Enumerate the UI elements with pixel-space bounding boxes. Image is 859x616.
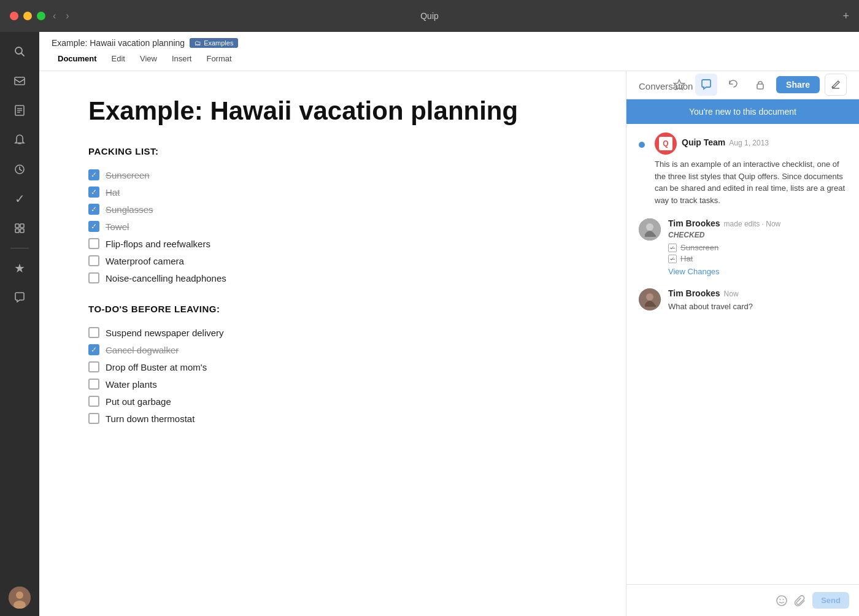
message-tim-comment: Tim Brookes Now What about travel card? <box>639 288 847 313</box>
list-item: Water plants <box>88 375 577 393</box>
quip-team-avatar: Q <box>655 133 677 155</box>
breadcrumb: Example: Hawaii vacation planning 🗂 Exam… <box>52 32 847 52</box>
fullscreen-button[interactable] <box>37 12 45 20</box>
checkbox-flipflops[interactable] <box>88 238 99 249</box>
checkbox-plants[interactable] <box>88 379 99 390</box>
todos-heading: TO-DO'S BEFORE LEAVING: <box>88 304 577 314</box>
back-button[interactable]: ‹ <box>49 9 60 23</box>
emoji-button[interactable] <box>776 595 788 607</box>
undo-button[interactable] <box>722 74 744 96</box>
edit-badge: CHECKED <box>668 231 847 239</box>
sidebar-icon-starred[interactable]: ★ <box>7 256 32 280</box>
checkbox-towel[interactable]: ✓ <box>88 221 99 232</box>
list-item: Waterproof camera <box>88 252 577 269</box>
item-label: Sunglasses <box>106 204 153 215</box>
sidebar-icon-search[interactable] <box>7 39 32 64</box>
item-label: Towel <box>106 221 129 232</box>
item-label: Sunscreen <box>106 170 150 180</box>
share-button[interactable]: Share <box>776 76 820 93</box>
checkbox-sunscreen[interactable]: ✓ <box>88 169 99 180</box>
tim-avatar-comment <box>639 288 661 310</box>
conversation-button[interactable] <box>695 74 717 96</box>
close-button[interactable] <box>10 12 18 20</box>
list-item: Suspend newspaper delivery <box>88 324 577 341</box>
tim-edit-bubble: Tim Brookes made edits · Now CHECKED ✓ S… <box>668 218 847 276</box>
list-item: Noise-cancelling headphones <box>88 269 577 287</box>
sidebar-icon-recent[interactable] <box>7 157 32 182</box>
compose-input[interactable] <box>636 593 769 608</box>
minimize-button[interactable] <box>23 12 32 20</box>
menu-format[interactable]: Format <box>200 52 237 66</box>
todos-section: TO-DO'S BEFORE LEAVING: Suspend newspape… <box>88 304 577 427</box>
checkbox-camera[interactable] <box>88 255 99 266</box>
message-quip-team: Q Quip Team Aug 1, 2013 This is an examp… <box>639 134 847 206</box>
svg-rect-12 <box>20 229 24 233</box>
new-document-banner[interactable]: You're new to this document <box>626 99 859 124</box>
compose-bar: Send <box>626 584 859 616</box>
item-label: Put out garbage <box>106 396 171 407</box>
star-button[interactable] <box>668 74 690 96</box>
list-item: ✓ Hat <box>88 183 577 201</box>
packing-section: PACKING LIST: ✓ Sunscreen ✓ Hat ✓ Sungla <box>88 146 577 287</box>
forward-button[interactable]: › <box>62 9 72 23</box>
doc-header-wrapper: Example: Hawaii vacation planning 🗂 Exam… <box>39 32 859 71</box>
tag-label: Examples <box>204 39 233 47</box>
checkbox-sunglasses[interactable]: ✓ <box>88 204 99 215</box>
send-button[interactable]: Send <box>812 592 849 609</box>
item-label: Flip-flops and reefwalkers <box>106 239 210 249</box>
user-avatar[interactable] <box>9 587 31 609</box>
edit-meta: Tim Brookes made edits · Now <box>668 218 847 228</box>
message-author: Tim Brookes <box>668 288 720 298</box>
checkbox-headphones[interactable] <box>88 272 99 283</box>
view-changes-link[interactable]: View Changes <box>668 267 847 276</box>
svg-marker-16 <box>674 80 685 90</box>
svg-line-1 <box>21 53 25 56</box>
svg-point-22 <box>646 293 653 301</box>
list-item: Turn down thermostat <box>88 410 577 427</box>
message-author: Quip Team <box>682 137 725 147</box>
checked-item-label: Hat <box>680 254 693 263</box>
checkbox-hat[interactable]: ✓ <box>88 187 99 198</box>
quip-team-message: Quip Team Aug 1, 2013 <box>682 137 847 150</box>
item-label: Hat <box>106 187 120 198</box>
list-item: Put out garbage <box>88 393 577 410</box>
doc-content: Example: Hawaii vacation planning PACKIN… <box>39 71 626 616</box>
item-label: Suspend newspaper delivery <box>106 328 224 338</box>
checked-item-hat: ✓ Hat <box>668 254 847 263</box>
menu-document[interactable]: Document <box>52 52 103 66</box>
sidebar-icon-documents[interactable] <box>7 98 32 123</box>
lock-button[interactable] <box>749 74 771 96</box>
content-row: Example: Hawaii vacation planning PACKIN… <box>39 71 859 616</box>
message-text: This is an example of an interactive che… <box>655 158 847 206</box>
sidebar-icon-inbox[interactable] <box>7 69 32 93</box>
message-tim-edit: Tim Brookes made edits · Now CHECKED ✓ S… <box>639 218 847 276</box>
sidebar-icon-tasks[interactable]: ✓ <box>7 187 32 211</box>
list-item: ✓ Sunglasses <box>88 201 577 218</box>
menu-edit[interactable]: Edit <box>106 52 131 66</box>
mini-checkbox: ✓ <box>668 255 677 263</box>
new-tab-button[interactable]: + <box>842 10 849 23</box>
attachment-button[interactable] <box>794 595 806 607</box>
edit-button[interactable] <box>825 74 847 96</box>
checkbox-thermostat[interactable] <box>88 413 99 424</box>
checkbox-buster[interactable] <box>88 361 99 372</box>
doc-title: Example: Hawaii vacation planning <box>88 96 577 126</box>
breadcrumb-tag[interactable]: 🗂 Examples <box>190 38 238 48</box>
message-time: Now <box>724 290 739 298</box>
sidebar-icon-apps[interactable] <box>7 216 32 241</box>
titlebar: ‹ › Quip + <box>0 0 859 32</box>
app-title: Quip <box>420 11 439 21</box>
sidebar-icon-chat[interactable] <box>7 285 32 310</box>
svg-point-23 <box>777 596 787 606</box>
checkbox-dogwalker[interactable]: ✓ <box>88 344 99 355</box>
list-item: Flip-flops and reefwalkers <box>88 235 577 252</box>
checkbox-newspaper[interactable] <box>88 327 99 338</box>
checkbox-garbage[interactable] <box>88 396 99 407</box>
conversation-messages: Q Quip Team Aug 1, 2013 This is an examp… <box>626 124 859 584</box>
sidebar-divider <box>10 248 29 248</box>
doc-actions: Share <box>668 74 847 96</box>
main-area: Example: Hawaii vacation planning 🗂 Exam… <box>39 32 859 616</box>
sidebar-icon-notifications[interactable] <box>7 128 32 152</box>
menu-insert[interactable]: Insert <box>166 52 198 66</box>
menu-view[interactable]: View <box>134 52 163 66</box>
